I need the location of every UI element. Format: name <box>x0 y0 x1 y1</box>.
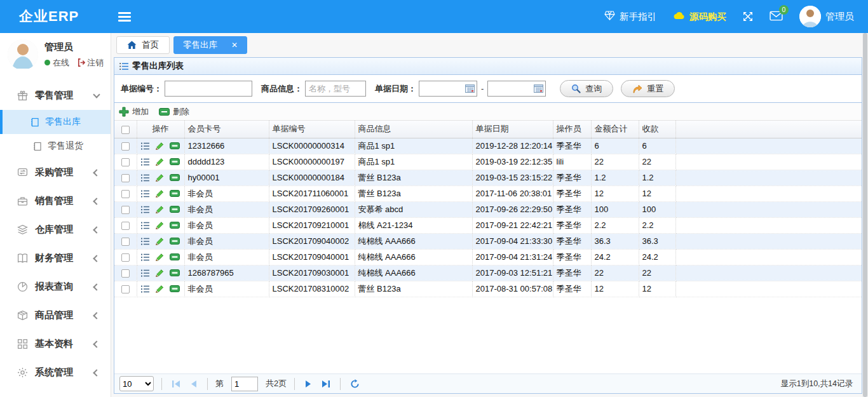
fullscreen-button[interactable] <box>743 11 753 22</box>
detail-icon[interactable] <box>141 238 149 245</box>
diamond-icon <box>604 11 615 22</box>
delete-row-icon[interactable] <box>170 222 180 229</box>
sidebar-item-reports[interactable]: 报表查询 <box>0 273 111 301</box>
row-checkbox[interactable] <box>121 238 130 246</box>
table-row[interactable]: hy00001 LSCK00000000184 蕾丝 B123a 2019-03… <box>114 170 862 185</box>
minus-icon <box>159 108 170 116</box>
sidebar-item-purchase[interactable]: 采购管理 <box>0 158 111 187</box>
edit-pencil-icon[interactable] <box>155 285 164 293</box>
delete-row-icon[interactable] <box>170 206 180 213</box>
buy-source-link[interactable]: 源码购买 <box>673 11 726 23</box>
delete-row-icon[interactable] <box>170 190 180 197</box>
table-row[interactable]: 12312666 LSCK00000000314 商品1 sp1 2019-12… <box>114 138 862 154</box>
sidebar-item-retail-returns[interactable]: 零售退货 <box>0 134 111 158</box>
detail-icon[interactable] <box>141 285 149 293</box>
delete-button[interactable]: 删除 <box>159 106 189 118</box>
user-avatar <box>799 6 821 27</box>
detail-icon[interactable] <box>141 269 149 277</box>
sidebar-item-goods[interactable]: 商品管理 <box>0 301 111 330</box>
select-all-checkbox[interactable] <box>121 126 130 134</box>
guide-link[interactable]: 新手指引 <box>604 11 656 23</box>
row-checkbox[interactable] <box>121 285 130 293</box>
scrollbar-thumb[interactable] <box>863 33 867 397</box>
chevron-left-icon <box>93 369 100 376</box>
edit-pencil-icon[interactable] <box>155 158 164 166</box>
edit-pencil-icon[interactable] <box>155 142 164 151</box>
tab-retail-outbound[interactable]: 零售出库 ✕ <box>173 36 247 54</box>
page-number-input[interactable] <box>231 377 258 391</box>
edit-pencil-icon[interactable] <box>155 205 164 214</box>
edit-pencil-icon[interactable] <box>155 253 164 262</box>
reset-button[interactable]: 重置 <box>621 80 675 97</box>
edit-pencil-icon[interactable] <box>155 269 164 278</box>
query-button[interactable]: 查询 <box>560 80 613 97</box>
delete-row-icon[interactable] <box>170 285 180 292</box>
hamburger-menu-icon[interactable] <box>118 10 131 24</box>
sidebar-item-warehouse[interactable]: 仓库管理 <box>0 215 111 244</box>
detail-icon[interactable] <box>141 253 149 261</box>
refresh-button[interactable] <box>348 379 362 389</box>
pagination-summary: 显示1到10,共14记录 <box>781 379 853 389</box>
table-row[interactable]: 非会员 LSCK201709260001 安慕希 abcd 2017-09-26… <box>114 201 862 217</box>
row-checkbox[interactable] <box>121 253 130 262</box>
col-bill: 单据编号 <box>269 121 355 138</box>
table-row[interactable]: 非会员 LSCK201709210001 棉线 A21-1234 2017-09… <box>114 217 862 233</box>
row-checkbox[interactable] <box>121 142 130 151</box>
page-size-select[interactable]: 10 <box>119 376 154 391</box>
user-menu[interactable]: 管理员 <box>799 6 854 27</box>
detail-icon[interactable] <box>141 222 149 229</box>
edit-pencil-icon[interactable] <box>155 173 164 182</box>
detail-icon[interactable] <box>141 206 149 213</box>
delete-row-icon[interactable] <box>170 142 180 149</box>
delete-row-icon[interactable] <box>170 174 180 181</box>
last-page-button[interactable] <box>319 380 332 388</box>
prev-page-button[interactable] <box>188 380 200 388</box>
sidebar-item-system[interactable]: 系统管理 <box>0 358 111 387</box>
next-page-button[interactable] <box>302 380 314 388</box>
calendar-icon[interactable] <box>465 84 475 95</box>
first-page-button[interactable] <box>170 380 183 388</box>
logout-link[interactable]: 注销 <box>77 57 104 69</box>
close-icon[interactable]: ✕ <box>231 41 238 50</box>
delete-row-icon[interactable] <box>170 158 180 165</box>
col-operator: 操作员 <box>553 121 591 138</box>
edit-pencil-icon[interactable] <box>155 237 164 246</box>
sidebar-item-basic-data[interactable]: 基本资料 <box>0 330 111 358</box>
detail-icon[interactable] <box>141 174 149 182</box>
delete-row-icon[interactable] <box>170 269 180 276</box>
messages-button[interactable]: 0 <box>770 11 783 23</box>
sidebar-item-finance[interactable]: 财务管理 <box>0 244 111 273</box>
sidebar-item-retail[interactable]: 零售管理 <box>0 81 111 110</box>
row-checkbox[interactable] <box>121 158 130 166</box>
detail-icon[interactable] <box>141 158 149 166</box>
notebook-icon <box>31 118 39 127</box>
chevron-left-icon <box>93 255 100 262</box>
page-scrollbar[interactable] <box>862 33 868 397</box>
detail-icon[interactable] <box>141 190 149 198</box>
add-button[interactable]: 增加 <box>119 106 149 118</box>
sidebar-item-retail-outbound[interactable]: 零售出库 <box>0 110 111 134</box>
row-checkbox[interactable] <box>121 174 130 182</box>
table-row[interactable]: ddddd123 LSCK00000000197 商品1 sp1 2019-03… <box>114 154 862 170</box>
reset-arrow-icon <box>632 84 642 93</box>
detail-icon[interactable] <box>141 142 149 150</box>
delete-row-icon[interactable] <box>170 253 180 260</box>
table-row[interactable]: 1268787965 LSCK201709030001 纯棉线 AAA666 2… <box>114 265 862 281</box>
row-checkbox[interactable] <box>121 190 130 198</box>
bill-no-input[interactable] <box>165 81 252 97</box>
table-row[interactable]: 非会员 LSCK201711060001 蕾丝 B123a 2017-11-06… <box>114 185 862 201</box>
tab-home[interactable]: 首页 <box>116 36 170 54</box>
sidebar-item-sales[interactable]: 销售管理 <box>0 187 111 215</box>
row-checkbox[interactable] <box>121 222 130 230</box>
edit-pencil-icon[interactable] <box>155 221 164 230</box>
table-row[interactable]: 非会员 LSCK201709040002 纯棉线 AAA666 2017-09-… <box>114 233 862 249</box>
edit-pencil-icon[interactable] <box>155 189 164 198</box>
product-info-input[interactable] <box>305 81 366 97</box>
row-checkbox[interactable] <box>121 206 130 214</box>
cell-bill: LSCK201711060001 <box>269 185 355 201</box>
delete-row-icon[interactable] <box>170 238 180 245</box>
table-row[interactable]: 非会员 LSCK201709040001 纯棉线 AAA666 2017-09-… <box>114 249 862 265</box>
calendar-icon[interactable] <box>534 84 543 95</box>
row-checkbox[interactable] <box>121 269 130 278</box>
table-row[interactable]: 非会员 LSCK201708310002 蕾丝 B123a 2017-08-31… <box>114 281 862 297</box>
